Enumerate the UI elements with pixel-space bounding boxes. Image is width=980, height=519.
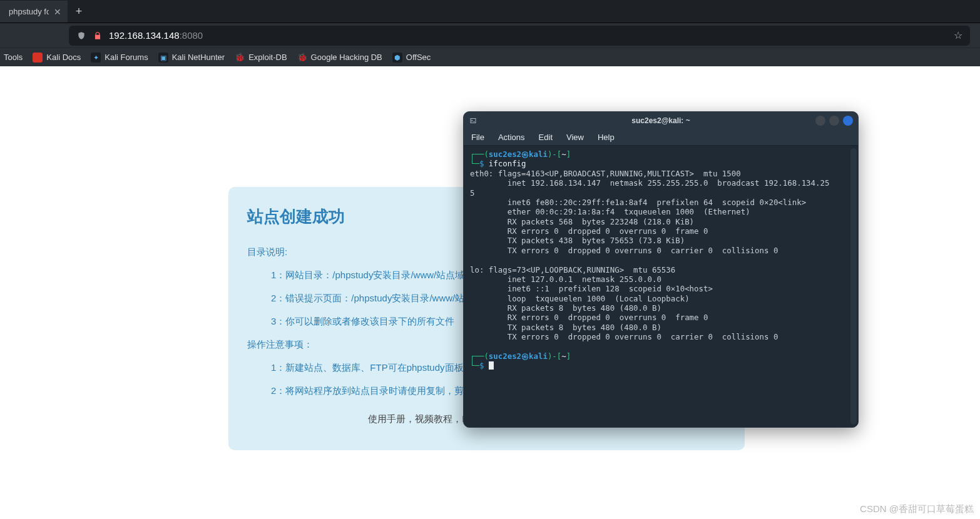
lock-icon[interactable]: [93, 31, 103, 41]
bookmark-label: Kali Forums: [105, 53, 148, 62]
terminal-title-text: suc2es2@kali: ~: [464, 116, 858, 125]
browser-chrome: phpstudy for w ✕ + 192.168.134.148:8080 …: [0, 0, 980, 66]
url-host: 192.168.134.148: [109, 30, 180, 41]
address-row: 192.168.134.148:8080 ☆: [0, 23, 980, 48]
prompt-host: kali: [529, 351, 548, 361]
terminal-menubar: File Actions Edit View Help: [464, 129, 858, 146]
bookmark-item[interactable]: ✦Kali Forums: [91, 53, 148, 63]
bookmark-item[interactable]: 🐞Exploit-DB: [235, 53, 287, 63]
menu-item-view[interactable]: View: [566, 133, 584, 142]
shield-icon[interactable]: [76, 31, 86, 41]
tab-title: phpstudy for w: [9, 7, 49, 16]
terminal-command: ifconfig: [489, 159, 526, 168]
favicon-icon: ⬢: [392, 53, 402, 63]
prompt-at: ㉿: [521, 149, 529, 159]
bookmark-label: Kali NetHunter: [172, 53, 225, 62]
terminal-output: eth0: flags=4163<UP,BROADCAST,RUNNING,MU…: [470, 169, 829, 341]
bookmark-bar: Tools Kali Docs ✦Kali Forums ▣Kali NetHu…: [0, 48, 980, 66]
prompt-path: ~: [561, 351, 566, 361]
bookmark-item[interactable]: ▣Kali NetHunter: [158, 53, 225, 63]
favicon-icon: ✦: [91, 53, 101, 63]
tab-bar: phpstudy for w ✕ +: [0, 0, 980, 23]
bookmark-label: Tools: [4, 53, 23, 62]
cursor: [489, 361, 494, 370]
window-controls: [815, 116, 853, 126]
bookmark-item[interactable]: Kali Docs: [33, 53, 81, 63]
bookmark-item[interactable]: 🐞Google Hacking DB: [297, 53, 382, 63]
prompt-at: ㉿: [521, 351, 529, 361]
bookmark-label: Exploit-DB: [248, 53, 287, 62]
menu-item-actions[interactable]: Actions: [498, 133, 525, 142]
terminal-body[interactable]: ┌──(suc2es2㉿kali)-[~] └─$ ifconfig eth0:…: [464, 146, 858, 427]
menu-item-file[interactable]: File: [471, 133, 484, 142]
favicon-icon: [33, 53, 43, 63]
url-text: 192.168.134.148:8080: [109, 30, 203, 41]
watermark-text: CSDN @香甜可口草莓蛋糕: [860, 503, 974, 515]
browser-tab-active[interactable]: phpstudy for w ✕: [0, 0, 68, 23]
bookmark-star-icon[interactable]: ☆: [954, 29, 962, 41]
bookmark-item[interactable]: ⬢OffSec: [392, 53, 431, 63]
favicon-icon: ▣: [158, 53, 168, 63]
bookmark-label: OffSec: [406, 53, 431, 62]
terminal-titlebar[interactable]: suc2es2@kali: ~: [464, 112, 858, 129]
favicon-icon: 🐞: [235, 53, 245, 63]
prompt-host: kali: [529, 149, 548, 159]
address-bar[interactable]: 192.168.134.148:8080 ☆: [69, 26, 970, 46]
url-port: :8080: [180, 30, 203, 41]
bookmark-label: Kali Docs: [46, 53, 81, 62]
prompt-user: suc2es2: [489, 351, 521, 361]
prompt-user: suc2es2: [489, 149, 521, 159]
terminal-window[interactable]: suc2es2@kali: ~ File Actions Edit View H…: [463, 111, 859, 428]
menu-item-help[interactable]: Help: [598, 133, 615, 142]
new-tab-button[interactable]: +: [68, 0, 90, 23]
prompt-path: ~: [561, 149, 566, 159]
close-icon[interactable]: ✕: [54, 7, 61, 17]
maximize-button[interactable]: [829, 116, 839, 126]
bookmark-label: Google Hacking DB: [311, 53, 382, 62]
favicon-icon: 🐞: [297, 53, 307, 63]
menu-item-edit[interactable]: Edit: [539, 133, 553, 142]
bookmark-item[interactable]: Tools: [4, 53, 23, 62]
page-content: 站点创建成功 目录说明: 1：网站目录：/phpstudy安装目录/www/站点…: [0, 66, 980, 519]
terminal-scrollbar[interactable]: [850, 148, 857, 425]
close-button[interactable]: [843, 116, 853, 126]
minimize-button[interactable]: [815, 116, 825, 126]
